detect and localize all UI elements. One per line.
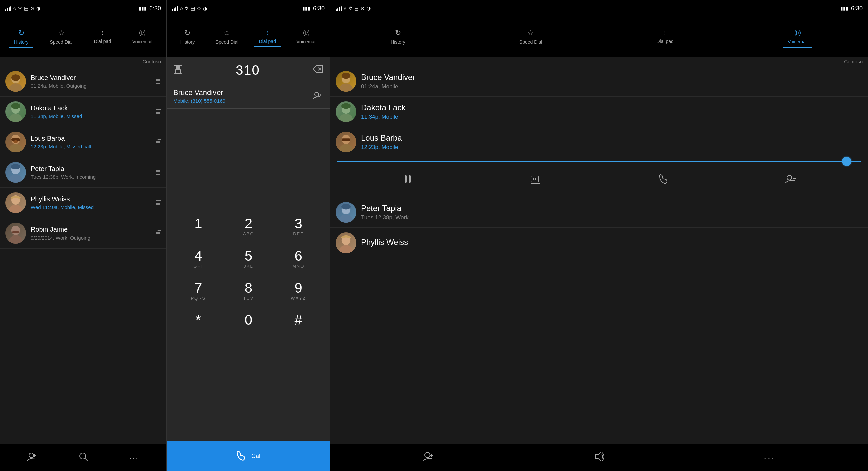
left-panel: ⌾ ✲ ▤ ⊙ ◑ ▮▮▮ 6:30 ↻ History ☆ Speed Dia… bbox=[0, 0, 167, 471]
contact-item-bruce-left[interactable]: Bruce Vandiver 01:24a, Mobile, Outgoing … bbox=[0, 66, 166, 97]
add-contact-button-left[interactable] bbox=[25, 449, 40, 466]
contact-detail-peter-left: Tues 12:38p, Work, Incoming bbox=[31, 174, 151, 180]
speed-dial-icon-right: ☆ bbox=[527, 29, 534, 37]
add-contact-button-right[interactable] bbox=[420, 448, 437, 467]
contact-info-phyllis-left: Phyllis Weiss Wed 11:40a, Mobile, Missed bbox=[31, 195, 151, 210]
contact-action-phyllis-left[interactable]: ≣̅ bbox=[155, 199, 161, 207]
volume-button-right[interactable] bbox=[590, 449, 608, 467]
dial-key-5[interactable]: 5 JKL bbox=[228, 245, 268, 273]
svg-point-16 bbox=[9, 235, 22, 244]
call-slider-thumb[interactable] bbox=[842, 157, 851, 166]
contact-item-bruce-right[interactable]: Bruce Vandiver 01:24a, Mobile bbox=[330, 66, 868, 97]
alarm-icon-middle: ⊙ bbox=[197, 6, 201, 11]
bottom-bar-right: ··· bbox=[330, 444, 868, 471]
svg-point-28 bbox=[315, 92, 318, 96]
speed-dial-icon-middle: ☆ bbox=[223, 29, 230, 37]
contact-name-lous-right: Lous Barba bbox=[361, 133, 863, 143]
contact-item-peter-left[interactable]: Peter Tapia Tues 12:38p, Work, Incoming … bbox=[0, 157, 166, 188]
search-button-left[interactable] bbox=[76, 449, 91, 466]
contact-info-dakota-left: Dakota Lack 11:34p, Mobile, Missed bbox=[31, 104, 151, 119]
contact-item-dakota-left[interactable]: Dakota Lack 11:34p, Mobile, Missed ≣̅ bbox=[0, 97, 166, 127]
contact-action-dakota-left[interactable]: ≣̅ bbox=[155, 108, 161, 116]
call-button[interactable]: Call bbox=[167, 441, 330, 471]
contact-action-robin-left[interactable]: ≣̅ bbox=[155, 229, 161, 237]
delete-button[interactable] bbox=[526, 170, 545, 190]
tab-history-right[interactable]: ↻ History bbox=[386, 26, 410, 48]
svg-point-7 bbox=[9, 144, 22, 152]
dial-key-3[interactable]: 3 DEF bbox=[278, 213, 318, 241]
dial-pad-icon-right: ⁝ bbox=[664, 29, 666, 37]
contact-name-lous-left: Lous Barba bbox=[31, 135, 151, 143]
tab-voicemail-right[interactable]: ⒄ Voicemail bbox=[783, 26, 812, 47]
dial-key-star[interactable]: * bbox=[179, 309, 218, 337]
call-controls bbox=[337, 167, 861, 196]
avatar-dakota-left bbox=[5, 101, 26, 122]
dial-contact-action-button[interactable] bbox=[313, 91, 323, 101]
contact-info-lous-left: Lous Barba 12:23p, Mobile, Missed call bbox=[31, 135, 151, 150]
status-right-left: ▮▮▮ 6:30 bbox=[139, 5, 161, 12]
dial-key-9[interactable]: 9 WXYZ bbox=[278, 277, 318, 305]
contact-info-bruce-left: Bruce Vandiver 01:24a, Mobile, Outgoing bbox=[31, 74, 151, 89]
tab-speed-dial-left[interactable]: ☆ Speed Dial bbox=[45, 26, 78, 48]
carrier-right: Contoso bbox=[330, 57, 868, 66]
dial-key-0[interactable]: 0 + bbox=[228, 309, 268, 337]
more-button-right[interactable]: ··· bbox=[761, 450, 778, 466]
message-icon-middle: ▤ bbox=[191, 6, 195, 11]
dnd-icon: ◑ bbox=[36, 6, 40, 11]
speed-dial-icon-left: ☆ bbox=[58, 29, 65, 37]
contact-item-lous-right[interactable]: Lous Barba 12:23p, Mobile bbox=[330, 127, 868, 157]
dial-key-4[interactable]: 4 GHI bbox=[179, 245, 218, 273]
contact-item-phyllis-left[interactable]: Phyllis Weiss Wed 11:40a, Mobile, Missed… bbox=[0, 188, 166, 218]
dial-display: 310 bbox=[167, 57, 330, 84]
nav-tabs-left: ↻ History ☆ Speed Dial ⁝ Dial pad ⒄ Voic… bbox=[0, 17, 166, 57]
tab-history-left[interactable]: ↻ History bbox=[9, 26, 33, 48]
tab-voicemail-middle[interactable]: ⒄ Voicemail bbox=[291, 26, 321, 47]
dial-number: 310 bbox=[236, 63, 260, 78]
svg-point-21 bbox=[80, 453, 86, 459]
more-button-left[interactable]: ··· bbox=[127, 450, 142, 465]
tab-dial-pad-right[interactable]: ⁝ Dial pad bbox=[651, 27, 678, 47]
dial-key-7[interactable]: 7 PQRS bbox=[179, 277, 218, 305]
dial-key-8[interactable]: 8 TUV bbox=[228, 277, 268, 305]
dial-key-2[interactable]: 2 ABC bbox=[228, 213, 268, 241]
right-panel-content: ⌾ ✲ ▤ ⊙ ◑ ▮▮▮ 6:30 ↻ History ☆ Speed Dia… bbox=[330, 0, 868, 471]
contact-item-phyllis-right[interactable]: Phyllis Weiss bbox=[330, 228, 868, 258]
tab-dial-pad-middle[interactable]: ⁝ Dial pad bbox=[254, 27, 281, 47]
call-control-phone-button[interactable] bbox=[654, 170, 672, 190]
dial-key-6[interactable]: 6 MNO bbox=[278, 245, 318, 273]
contact-name-phyllis-left: Phyllis Weiss bbox=[31, 195, 151, 203]
svg-point-2 bbox=[11, 74, 20, 81]
avatar-lous-right bbox=[336, 132, 356, 152]
call-slider[interactable] bbox=[337, 161, 861, 162]
contact-info-robin-left: Robin Jaime 9/29/2014, Work, Outgoing bbox=[31, 226, 151, 241]
dnd-icon-right: ◑ bbox=[367, 6, 371, 11]
dial-key-hash[interactable]: # bbox=[278, 309, 318, 337]
contact-info-dakota-right: Dakota Lack 11:34p, Mobile bbox=[361, 103, 863, 120]
status-bar-right: ⌾ ✲ ▤ ⊙ ◑ ▮▮▮ 6:30 bbox=[330, 0, 868, 17]
contact-item-robin-left[interactable]: Robin Jaime 9/29/2014, Work, Outgoing ≣̅ bbox=[0, 218, 166, 249]
contact-details-button[interactable] bbox=[782, 171, 800, 189]
tab-history-middle[interactable]: ↻ History bbox=[176, 26, 200, 48]
contact-item-lous-left[interactable]: Lous Barba 12:23p, Mobile, Missed call ≣… bbox=[0, 127, 166, 157]
tab-voicemail-left[interactable]: ⒄ Voicemail bbox=[128, 26, 157, 47]
contact-info-lous-right: Lous Barba 12:23p, Mobile bbox=[361, 133, 863, 151]
contact-item-dakota-right[interactable]: Dakota Lack 11:34p, Mobile bbox=[330, 97, 868, 127]
contact-action-peter-left[interactable]: ≣̅ bbox=[155, 168, 161, 177]
tab-dial-pad-left[interactable]: ⁝ Dial pad bbox=[89, 27, 116, 47]
dial-key-1[interactable]: 1 bbox=[179, 213, 218, 241]
tab-speed-dial-middle[interactable]: ☆ Speed Dial bbox=[211, 26, 243, 48]
wifi-icon-middle: ⌾ bbox=[180, 6, 183, 11]
backspace-button[interactable] bbox=[313, 65, 323, 76]
tab-speed-dial-right[interactable]: ☆ Speed Dial bbox=[515, 26, 547, 48]
save-button-middle[interactable] bbox=[174, 65, 183, 76]
svg-point-56 bbox=[339, 245, 352, 253]
contact-action-lous-left[interactable]: ≣̅ bbox=[155, 138, 161, 146]
pause-button[interactable] bbox=[399, 170, 417, 190]
svg-line-22 bbox=[85, 458, 88, 461]
contact-name-phyllis-right: Phyllis Weiss bbox=[361, 238, 863, 247]
contact-action-bruce-left[interactable]: ≣̅ bbox=[155, 77, 161, 85]
contact-item-peter-right[interactable]: Peter Tapia Tues 12:38p, Work bbox=[330, 197, 868, 228]
contact-name-peter-right: Peter Tapia bbox=[361, 204, 863, 213]
contact-name-dakota-right: Dakota Lack bbox=[361, 103, 863, 113]
call-button-label: Call bbox=[251, 453, 261, 460]
